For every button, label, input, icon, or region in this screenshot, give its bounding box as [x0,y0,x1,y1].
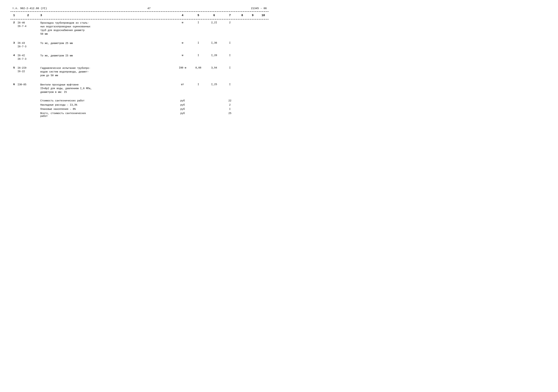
summary-row: Всего, стоимость сантехническихработ руб… [10,111,269,118]
col-header-5: 5 [191,14,205,17]
row-total: I [223,42,237,44]
col-header-6: 6 [205,14,223,17]
table-row: 3 I6-43I6-7-3 То же, диаметром 25 мм м I… [10,41,269,49]
row-desc: Прокладка трубопроводов из сталь-ных вод… [39,21,174,36]
summary-unit: руб [174,103,191,106]
col-header-1: 1 [10,14,17,17]
table-row: 2 I6-46I6-7-4 Прокладка трубопроводов из… [10,20,269,37]
row-unit: м [174,42,191,44]
summary-unit: руб [174,99,191,102]
row-qty: 0,08 [191,66,205,69]
header-left: т.п. 902-2-412.86 (УI) [12,7,47,10]
row-price: I,20 [205,54,223,57]
row-code: I6-43I6-7-3 [17,42,39,48]
row-total: 2 [223,21,237,24]
col-header-8: 8 [237,14,247,17]
summary-row: Накладные расходы – I3,3% руб 2 [10,103,269,107]
row-total: I [223,83,237,86]
summary-total: 25 [223,112,237,115]
row-code: I6-4II6-7-3 [17,54,39,61]
col-header-4: 4 [174,14,191,17]
summary-unit: руб [174,108,191,110]
header-center: 47 [148,7,151,10]
header: т.п. 902-2-412.86 (УI) 47 21345 - 06 [10,7,269,10]
row-total: I [223,54,237,57]
summary-total: 22 [223,99,237,102]
row-desc: Вентили проходные муфтовнеI5ч8р2 для вод… [39,83,174,94]
summary-row: Стоимость сантехнических работ руб 22 [10,99,269,103]
col-header-2: 2 [17,14,39,17]
summary-label: Плановые накопления – 8% [39,108,174,110]
row-qty: I [191,83,205,86]
row-price: I,36 [205,42,223,44]
summary-label: Стоимость сантехнических работ [39,99,174,102]
row-desc: То же, диаметром 25 мм [39,42,174,45]
row-unit: м [174,54,191,57]
row-unit: I00 м [174,66,191,69]
row-desc: Гидравлическое испытание трубопро-водов … [39,66,174,77]
row-code: I30-85 [17,83,39,86]
row-price: 3,94 [205,66,223,69]
table-row: 6 I30-85 Вентили проходные муфтовнеI5ч8р… [10,82,269,95]
row-qty: I [191,21,205,24]
row-num: 2 [10,21,17,24]
row-num: 4 [10,54,17,57]
column-headers: 1 2 3 4 5 6 7 8 9 10 [10,12,269,18]
row-code: I6-2I9I6-22 [17,66,39,73]
header-right: 21345 - 06 [251,7,267,10]
bottom-header-dashed-line [10,19,269,19]
summary-label: Всего, стоимость сантехническихработ [39,112,174,117]
summary-row: Плановые накопления – 8% руб I [10,107,269,111]
summary-total: I [223,108,237,110]
col-header-3: 3 [39,14,174,17]
row-price: I,25 [205,83,223,86]
row-price: 2,2I [205,21,223,24]
row-desc: То же, диаметром I5 мм [39,54,174,58]
top-dashed-line [10,11,269,12]
table-body: 2 I6-46I6-7-4 Прокладка трубопроводов из… [10,20,269,118]
row-qty: I [191,42,205,44]
row-unit: шт [174,83,191,86]
row-unit: м [174,21,191,24]
summary-label: Накладные расходы – I3,3% [39,103,174,106]
row-num: 5 [10,66,17,69]
row-total: I [223,66,237,69]
summary-unit: руб [174,112,191,115]
row-num: 6 [10,83,17,86]
row-num: 3 [10,42,17,44]
table-row: 4 I6-4II6-7-3 То же, диаметром I5 мм м I… [10,53,269,62]
col-header-9: 9 [247,14,258,17]
table-row: 5 I6-2I9I6-22 Гидравлическое испытание т… [10,65,269,78]
summary-total: 2 [223,103,237,106]
col-header-10: 10 [258,14,269,17]
row-code: I6-46I6-7-4 [17,21,39,28]
col-header-7: 7 [223,14,237,17]
row-qty: I [191,54,205,57]
